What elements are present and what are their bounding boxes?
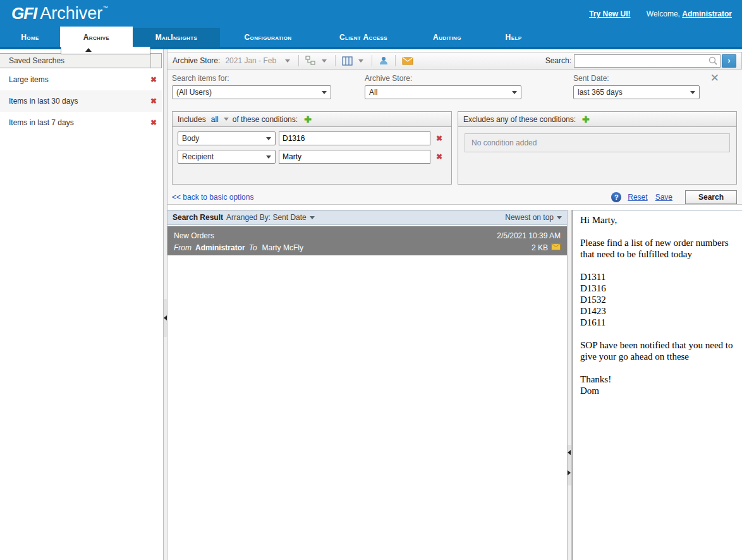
- collapse-right-icon: [568, 470, 571, 475]
- gfi-archiver-window: GFIArchiver™ Try New UI! Welcome, Admini…: [0, 0, 742, 560]
- tab-client-access[interactable]: Client Access: [316, 28, 411, 47]
- result-size: 2 KB: [532, 243, 548, 252]
- excludes-header: Excludes any of these conditions: ✚: [458, 112, 736, 127]
- saved-search-last-7-days[interactable]: Items in last 7 days ✖: [0, 112, 162, 133]
- archive-store-select[interactable]: All: [365, 85, 521, 99]
- arranged-by-control[interactable]: Arranged By: Sent Date: [226, 213, 315, 222]
- add-exclude-condition-icon[interactable]: ✚: [582, 115, 590, 124]
- preview-collapse-handle[interactable]: [568, 445, 571, 485]
- reset-link[interactable]: Reset: [628, 193, 647, 202]
- archive-store-label: Archive Store:: [365, 74, 521, 83]
- user-search-icon[interactable]: [377, 54, 391, 67]
- chevron-down-icon: [322, 91, 327, 94]
- chevron-down-icon: [266, 137, 271, 140]
- email-preview-pane: Hi Marty, Please find a list of new orde…: [572, 210, 742, 560]
- toolbar-separator: [298, 55, 299, 66]
- no-condition-added-box: No condition added: [465, 133, 730, 152]
- condition-row: Body ✖: [178, 131, 446, 145]
- search-input[interactable]: [574, 54, 721, 68]
- arranged-by-text: Arranged By: Sent Date: [226, 213, 307, 222]
- order-numbers-list: D1311 D1316 D1532 D1423 D1611: [580, 271, 736, 328]
- toolbar-separator: [335, 55, 336, 66]
- condition-value-input[interactable]: [279, 150, 430, 164]
- result-sender: Administrator: [195, 243, 245, 252]
- condition-field-select[interactable]: Recipient: [178, 150, 276, 164]
- preview-signature: Dom: [580, 385, 736, 396]
- sidebar-collapse-handle[interactable]: [164, 299, 167, 337]
- tab-auditing[interactable]: Auditing: [411, 28, 484, 47]
- includes-mode-value[interactable]: all: [211, 115, 219, 124]
- search-input-wrap: [574, 54, 721, 68]
- result-date: 2/5/2021 10:39 AM: [497, 231, 561, 240]
- search-toolbar-label: Search:: [545, 56, 571, 65]
- archive-toolbar: Archive Store: 2021 Jan - Feb Search:: [167, 52, 742, 70]
- archive-store-toolbar-label: Archive Store:: [173, 56, 220, 65]
- columns-view-icon[interactable]: [340, 55, 355, 67]
- remove-condition-icon[interactable]: ✖: [436, 134, 442, 143]
- add-include-condition-icon[interactable]: ✚: [304, 115, 312, 124]
- columns-view-dropdown-icon[interactable]: [358, 59, 363, 63]
- close-advanced-search-icon[interactable]: ✕: [710, 73, 719, 83]
- advanced-search-actions: << back to basic options ? Reset Save Se…: [172, 190, 737, 205]
- logo-trademark: ™: [102, 5, 107, 11]
- saved-search-large-items[interactable]: Large items ✖: [0, 69, 162, 90]
- result-subject: New Orders: [174, 231, 214, 240]
- sort-arrow-icon: [310, 216, 315, 219]
- saved-search-label: Items in last 7 days: [9, 118, 74, 127]
- try-new-ui-link[interactable]: Try New UI!: [589, 9, 630, 18]
- preview-splitter[interactable]: [567, 210, 572, 560]
- chevron-down-icon: [512, 91, 517, 94]
- sidebar-splitter[interactable]: [163, 49, 167, 560]
- tab-mailinsights[interactable]: MailInsights: [133, 28, 220, 47]
- preview-signature-block: Thanks! Dom: [580, 374, 736, 396]
- archive-store-value: All: [369, 88, 377, 97]
- search-go-button[interactable]: ›: [722, 54, 736, 68]
- back-to-basic-options-link[interactable]: << back to basic options: [172, 193, 253, 202]
- condition-row: Recipient ✖: [178, 150, 446, 164]
- result-row-line2: From Administrator To Marty McFly 2 KB: [174, 241, 561, 253]
- result-item-selected[interactable]: New Orders 2/5/2021 10:39 AM From Admini…: [167, 226, 567, 255]
- order-number: D1311: [580, 271, 736, 283]
- tab-archive[interactable]: Archive: [60, 27, 133, 47]
- tab-configuration[interactable]: Configuration: [220, 28, 316, 47]
- collapse-left-icon: [568, 450, 571, 455]
- sent-date-label: Sent Date:: [573, 74, 700, 83]
- help-icon[interactable]: ?: [611, 192, 621, 202]
- delete-saved-search-icon[interactable]: ✖: [150, 112, 157, 133]
- sent-date-select[interactable]: last 365 days: [573, 85, 700, 99]
- tab-help[interactable]: Help: [484, 28, 544, 47]
- saved-search-label: Large items: [9, 75, 49, 84]
- delete-saved-search-icon[interactable]: ✖: [150, 69, 157, 90]
- includes-mode-dropdown-icon[interactable]: [224, 118, 229, 121]
- chevron-down-icon: [690, 91, 695, 94]
- browse-hierarchy-dropdown-icon[interactable]: [322, 59, 327, 63]
- condition-field-value: Body: [182, 134, 199, 143]
- email-type-icon[interactable]: [400, 55, 415, 66]
- excludes-header-text: Excludes any of these conditions:: [463, 115, 576, 124]
- current-user-link[interactable]: Administrator: [682, 9, 732, 18]
- save-link[interactable]: Save: [655, 193, 672, 202]
- search-button[interactable]: Search: [685, 190, 737, 204]
- condition-value-input[interactable]: [279, 131, 430, 145]
- top-bar: GFIArchiver™ Try New UI! Welcome, Admini…: [0, 0, 742, 47]
- browse-hierarchy-icon[interactable]: [303, 54, 318, 67]
- menu-scroll-up-icon: [85, 48, 92, 52]
- saved-search-last-30-days[interactable]: Items in last 30 days ✖: [0, 90, 162, 112]
- preview-paragraph: Please find a list of new order numbers …: [580, 237, 736, 260]
- archive-store-dropdown-icon[interactable]: [285, 59, 290, 63]
- condition-field-select[interactable]: Body: [178, 131, 276, 145]
- archive-store-group: Archive Store: All: [365, 74, 521, 99]
- order-number: D1423: [580, 305, 736, 317]
- main-area: Archive Store: 2021 Jan - Feb Search:: [167, 49, 742, 560]
- search-items-for-label: Search items for:: [172, 74, 331, 83]
- chevron-down-icon: [266, 155, 271, 159]
- delete-saved-search-icon[interactable]: ✖: [150, 90, 157, 112]
- remove-condition-icon[interactable]: ✖: [436, 152, 442, 161]
- condition-field-value: Recipient: [182, 152, 214, 161]
- archive-store-toolbar-value[interactable]: 2021 Jan - Feb: [225, 56, 276, 65]
- sort-order-control[interactable]: Newest on top: [505, 213, 562, 222]
- includes-conditions-box: Includes all of these conditions: ✚ Body…: [172, 111, 452, 185]
- search-items-for-select[interactable]: (All Users): [172, 85, 331, 99]
- tab-home[interactable]: Home: [0, 28, 60, 47]
- order-number: D1611: [580, 317, 736, 328]
